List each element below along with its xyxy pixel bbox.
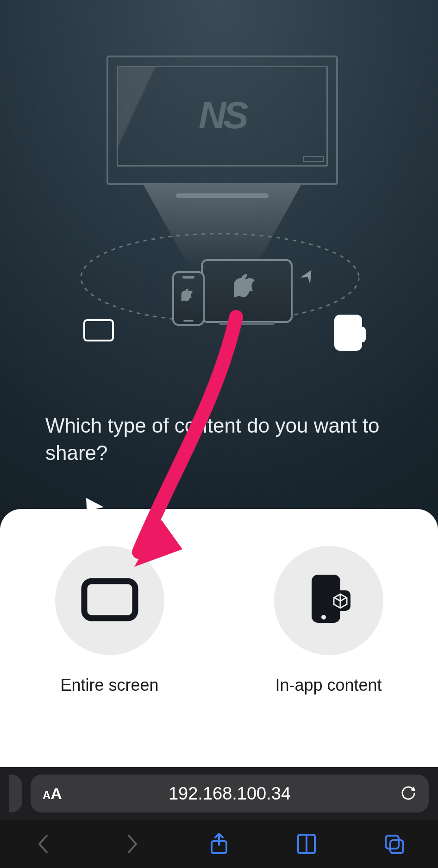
reload-button[interactable] [400, 785, 417, 802]
options-sheet: Entire screen In-app content [0, 509, 438, 767]
in-app-content-option[interactable]: In-app content [245, 546, 412, 695]
orbit-screen-icon [83, 319, 114, 341]
tv-illustration: NS [106, 56, 338, 185]
entire-screen-label: Entire screen [60, 676, 158, 695]
bookmarks-button[interactable] [294, 831, 319, 857]
in-app-content-label: In-app content [275, 676, 382, 695]
orbit-phone-app-icon [334, 315, 362, 351]
phone-app-icon [303, 572, 354, 629]
tv-logo-text: NS [199, 93, 246, 137]
screen-rect-icon [81, 578, 138, 623]
svg-rect-7 [386, 836, 399, 849]
apple-logo-icon [181, 289, 196, 305]
apple-logo-icon [234, 274, 260, 305]
svg-point-4 [321, 615, 326, 620]
address-bar[interactable]: AA 192.168.100.34 [31, 775, 429, 812]
browser-toolbar [0, 820, 438, 868]
orbit-direction-arrow-icon [294, 267, 317, 293]
text-size-button[interactable]: AA [43, 785, 62, 803]
center-devices-illustration [172, 259, 297, 329]
svg-rect-8 [390, 840, 403, 853]
entire-screen-option[interactable]: Entire screen [26, 546, 193, 695]
tabs-button[interactable] [381, 831, 407, 857]
address-text: 192.168.100.34 [169, 784, 291, 804]
svg-rect-2 [84, 581, 135, 618]
prev-tab-peek[interactable] [9, 775, 22, 812]
browser-address-bar-area: AA 192.168.100.34 [0, 767, 438, 820]
back-button[interactable] [31, 831, 57, 857]
share-prompt-heading: Which type of content do you want to sha… [45, 412, 393, 467]
cursor-icon [83, 496, 106, 519]
share-button[interactable] [206, 831, 232, 857]
forward-button[interactable] [119, 831, 144, 857]
